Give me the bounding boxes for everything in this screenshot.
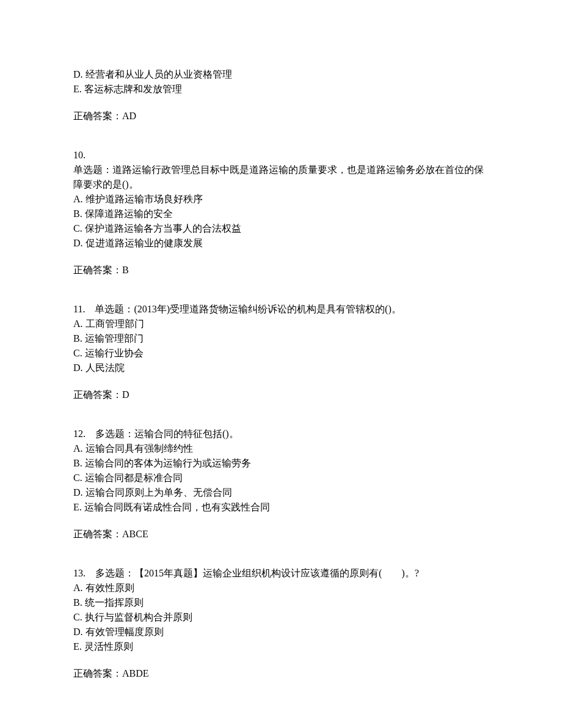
question-13: 13. 多选题：【2015年真题】运输企业组织机构设计应该遵循的原则有( )。?…: [73, 566, 489, 681]
option-c: C. 保护道路运输各方当事人的合法权益: [73, 221, 489, 236]
option-b: B. 运输合同的客体为运输行为或运输劳务: [73, 456, 489, 471]
question-10: 10. 单选题：道路运输行政管理总目标中既是道路运输的质量要求，也是道路运输务必…: [73, 148, 489, 278]
option-b: B. 保障道路运输的安全: [73, 207, 489, 221]
option-d: D. 促进道路运输业的健康发展: [73, 236, 489, 251]
option-a: A. 有效性原则: [73, 581, 489, 595]
option-a: A. 维护道路运输市场良好秩序: [73, 192, 489, 207]
correct-answer: 正确答案：ABDE: [73, 666, 489, 681]
option-b: B. 统一指挥原则: [73, 595, 489, 610]
question-stem: 11. 单选题：(2013年)受理道路货物运输纠纷诉讼的机构是具有管辖权的()。: [73, 302, 489, 317]
option-e: E. 客运标志牌和发放管理: [73, 82, 489, 97]
correct-answer: 正确答案：AD: [73, 109, 489, 123]
option-d: D. 有效管理幅度原则: [73, 625, 489, 639]
question-12: 12. 多选题：运输合同的特征包括()。 A. 运输合同具有强制缔约性 B. 运…: [73, 427, 489, 542]
question-number: 10.: [73, 148, 489, 163]
option-c: C. 执行与监督机构合并原则: [73, 610, 489, 625]
option-e: E. 灵活性原则: [73, 639, 489, 654]
option-d: D. 运输合同原则上为单务、无偿合同: [73, 485, 489, 500]
correct-answer: 正确答案：B: [73, 263, 489, 278]
question-stem: 单选题：道路运输行政管理总目标中既是道路运输的质量要求，也是道路运输务必放在首位…: [73, 163, 489, 192]
question-stem: 13. 多选题：【2015年真题】运输企业组织机构设计应该遵循的原则有( )。?: [73, 566, 489, 581]
option-e: E. 运输合同既有诺成性合同，也有实践性合同: [73, 500, 489, 515]
question-9-tail: D. 经营者和从业人员的从业资格管理 E. 客运标志牌和发放管理 正确答案：AD: [73, 67, 489, 123]
question-stem: 12. 多选题：运输合同的特征包括()。: [73, 427, 489, 441]
option-a: A. 工商管理部门: [73, 317, 489, 331]
option-d: D. 人民法院: [73, 361, 489, 375]
correct-answer: 正确答案：D: [73, 388, 489, 402]
option-c: C. 运输合同都是标准合同: [73, 471, 489, 485]
option-a: A. 运输合同具有强制缔约性: [73, 441, 489, 456]
question-11: 11. 单选题：(2013年)受理道路货物运输纠纷诉讼的机构是具有管辖权的()。…: [73, 302, 489, 402]
option-d: D. 经营者和从业人员的从业资格管理: [73, 67, 489, 82]
correct-answer: 正确答案：ABCE: [73, 527, 489, 542]
option-b: B. 运输管理部门: [73, 331, 489, 346]
option-c: C. 运输行业协会: [73, 346, 489, 361]
